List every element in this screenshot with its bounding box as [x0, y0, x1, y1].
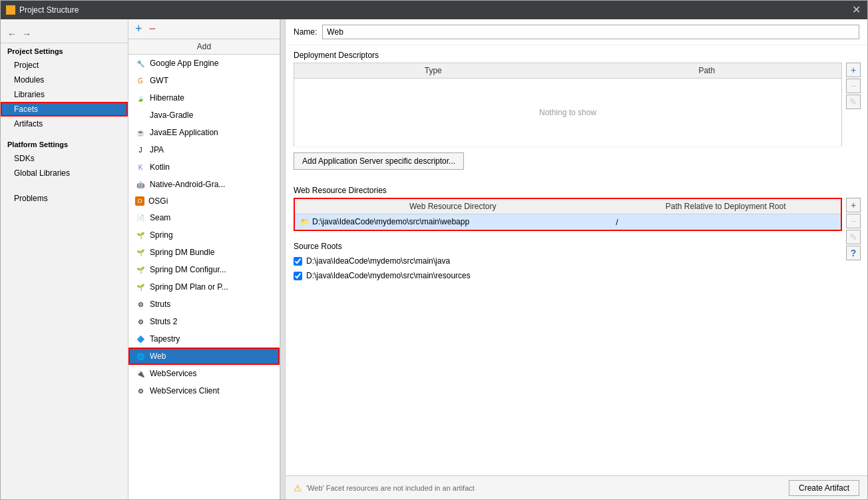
- path-relative-header: Path Relative to Deployment Root: [610, 198, 841, 214]
- source-root-2-row: D:\java\IdeaCode\mydemo\src\main\resourc…: [286, 268, 867, 283]
- java-gradle-icon: [135, 110, 146, 121]
- add-web-resource-btn[interactable]: +: [846, 198, 861, 212]
- facet-gwt[interactable]: G GWT: [128, 72, 280, 89]
- kotlin-icon: K: [135, 162, 146, 172]
- web-resource-wrapper: Web Resource Directory Path Relative to …: [294, 198, 842, 231]
- gwt-icon: G: [135, 75, 146, 86]
- facet-native-android[interactable]: 🤖 Native-Android-Gra...: [128, 176, 280, 193]
- facet-osgi[interactable]: O OSGi: [128, 193, 280, 209]
- create-artifact-button[interactable]: Create Artifact: [789, 480, 859, 496]
- nothing-to-show: Nothing to show: [300, 81, 836, 144]
- web-resource-row[interactable]: 📁 D:\java\IdeaCode\mydemo\src\main\webap…: [294, 214, 841, 231]
- facet-tapestry[interactable]: 🔷 Tapestry: [128, 330, 280, 348]
- spring-dm-plan-icon: 🌱: [135, 282, 146, 292]
- facet-struts[interactable]: ⚙ Struts: [128, 296, 280, 313]
- bottom-bar: ⚠ 'Web' Facet resources are not included…: [286, 475, 867, 499]
- main-content: ← → Project Settings Project Modules Lib…: [1, 19, 867, 499]
- sidebar-item-sdks[interactable]: SDKs: [1, 151, 128, 166]
- help-web-resource-btn[interactable]: ?: [846, 246, 861, 260]
- source-roots-section: Source Roots D:\java\IdeaCode\mydemo\src…: [286, 236, 867, 283]
- web-icon: 🌐: [135, 351, 146, 362]
- facet-webservices-client[interactable]: ⚙ WebServices Client: [128, 382, 280, 399]
- spring-icon: 🌱: [135, 230, 146, 240]
- deployment-side-buttons: + − ✎: [846, 63, 861, 109]
- web-resource-directory-cell: 📁 D:\java\IdeaCode\mydemo\src\main\webap…: [295, 214, 610, 230]
- remove-web-resource-btn[interactable]: −: [846, 214, 861, 228]
- sidebar-item-artifacts[interactable]: Artifacts: [1, 117, 128, 131]
- facet-spring-dm-config[interactable]: 🌱 Spring DM Configur...: [128, 261, 280, 278]
- deployment-descriptors-wrapper: Type Path Nothing to show: [294, 63, 842, 147]
- sidebar-item-modules[interactable]: Modules: [1, 73, 128, 87]
- back-arrow[interactable]: ←: [6, 29, 18, 39]
- facet-jpa[interactable]: J JPA: [128, 141, 280, 158]
- facet-java-gradle[interactable]: Java-Gradle: [128, 107, 280, 124]
- sidebar: ← → Project Settings Project Modules Lib…: [1, 19, 128, 499]
- struts-icon: ⚙: [135, 299, 146, 310]
- facet-webservices[interactable]: 🔌 WebServices: [128, 365, 280, 382]
- osgi-icon: O: [135, 196, 144, 206]
- facet-google-app-engine[interactable]: 🔧 Google App Engine: [128, 55, 280, 72]
- add-deployment-btn[interactable]: +: [846, 63, 861, 77]
- sidebar-item-project[interactable]: Project: [1, 58, 128, 73]
- folder-icon: 📁: [300, 218, 310, 226]
- remove-facet-button[interactable]: −: [148, 22, 158, 36]
- facet-spring[interactable]: 🌱 Spring: [128, 226, 280, 244]
- name-input[interactable]: [322, 25, 859, 39]
- hibernate-icon: 🍃: [135, 93, 146, 103]
- add-descriptor-button[interactable]: Add Application Server specific descript…: [294, 152, 464, 170]
- webservices-client-icon: ⚙: [135, 385, 146, 396]
- window-title: Project Structure: [19, 5, 79, 15]
- sidebar-item-global-libraries[interactable]: Global Libraries: [1, 166, 128, 180]
- forward-arrow[interactable]: →: [21, 29, 33, 39]
- edit-deployment-btn[interactable]: ✎: [846, 95, 861, 109]
- warning-text: ⚠ 'Web' Facet resources are not included…: [294, 483, 475, 493]
- name-row: Name:: [286, 19, 867, 45]
- spring-dm-bundle-icon: 🌱: [135, 247, 146, 258]
- facet-kotlin[interactable]: K Kotlin: [128, 158, 280, 176]
- google-app-engine-icon: 🔧: [135, 58, 146, 69]
- javaee-icon: ☕: [135, 127, 146, 138]
- facet-hibernate[interactable]: 🍃 Hibernate: [128, 89, 280, 107]
- facet-seam[interactable]: 📄 Seam: [128, 209, 280, 226]
- facet-javaee[interactable]: ☕ JavaEE Application: [128, 124, 280, 141]
- facet-struts2[interactable]: ⚙ Struts 2: [128, 313, 280, 330]
- path-column-header: Path: [572, 63, 841, 79]
- add-facet-button[interactable]: +: [134, 22, 144, 36]
- tapestry-icon: 🔷: [135, 334, 146, 344]
- remove-deployment-btn[interactable]: −: [846, 79, 861, 93]
- source-root-1-path: D:\java\IdeaCode\mydemo\src\main\java: [306, 256, 450, 266]
- edit-web-resource-btn[interactable]: ✎: [846, 230, 861, 244]
- sidebar-item-libraries[interactable]: Libraries: [1, 87, 128, 102]
- facets-list: 🔧 Google App Engine G GWT 🍃 Hibernate Ja…: [128, 55, 280, 499]
- jpa-icon: J: [135, 144, 146, 155]
- nav-arrows: ← →: [1, 25, 128, 43]
- facet-web[interactable]: 🌐 Web: [128, 348, 280, 365]
- deployment-descriptors-table: Type Path Nothing to show: [294, 63, 842, 147]
- source-roots-header: Source Roots: [286, 236, 867, 254]
- close-button[interactable]: ✕: [851, 5, 862, 15]
- project-settings-label: Project Settings: [1, 43, 128, 58]
- deployment-descriptors-header: Deployment Descriptors: [286, 45, 867, 63]
- web-resource-table: Web Resource Directory Path Relative to …: [294, 198, 842, 231]
- splitter[interactable]: [280, 19, 286, 499]
- webservices-icon: 🔌: [135, 368, 146, 379]
- title-bar-left: Project Structure: [6, 5, 79, 15]
- native-android-icon: 🤖: [135, 179, 146, 190]
- middle-toolbar: + −: [128, 19, 280, 39]
- seam-icon: 📄: [135, 212, 146, 223]
- source-root-1-checkbox[interactable]: [294, 257, 302, 266]
- web-resource-path-cell: /: [610, 214, 841, 231]
- type-column-header: Type: [294, 63, 572, 79]
- sidebar-item-facets[interactable]: Facets: [1, 102, 128, 117]
- facet-spring-dm-plan[interactable]: 🌱 Spring DM Plan or P...: [128, 278, 280, 296]
- name-label: Name:: [294, 27, 317, 37]
- sidebar-item-problems[interactable]: Problems: [1, 191, 128, 206]
- warning-message: 'Web' Facet resources are not included i…: [306, 484, 475, 492]
- source-root-2-checkbox[interactable]: [294, 272, 302, 280]
- title-bar: Project Structure ✕: [1, 1, 867, 19]
- platform-settings-label: Platform Settings: [1, 136, 128, 151]
- facet-spring-dm-bundle[interactable]: 🌱 Spring DM Bundle: [128, 244, 280, 261]
- right-panel: Name: Deployment Descriptors Type Path: [286, 19, 867, 499]
- app-icon: [6, 5, 15, 15]
- source-root-2-path: D:\java\IdeaCode\mydemo\src\main\resourc…: [306, 271, 471, 280]
